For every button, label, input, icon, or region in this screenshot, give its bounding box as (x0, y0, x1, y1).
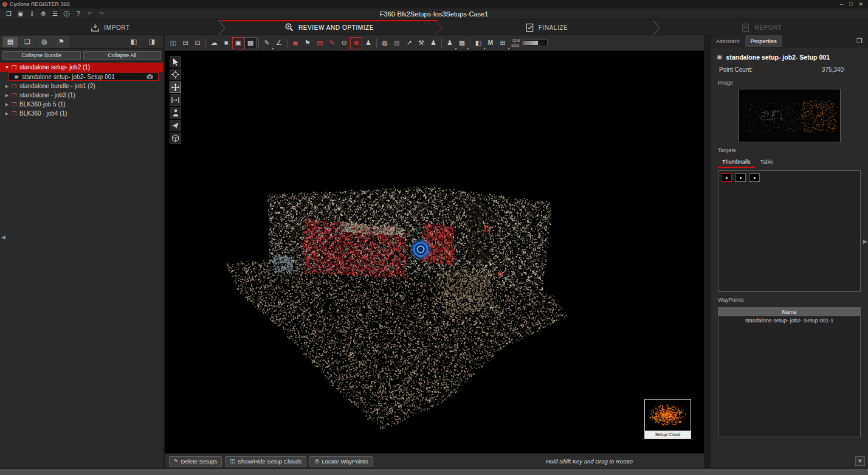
cursor-icon (172, 58, 179, 66)
target-tool-icon[interactable]: ◉ (289, 37, 301, 49)
pan-tool-button[interactable] (170, 81, 181, 93)
dock-right-icon[interactable]: ◨ (144, 36, 160, 47)
close-button[interactable]: ✕ (858, 1, 863, 7)
view-3d-tool-button[interactable] (170, 133, 181, 144)
camera-tool-icon[interactable]: ⊙ (338, 37, 350, 49)
walk-mode-icon[interactable]: ♟ (427, 37, 439, 49)
viewport-toolbar: ◫⊟⊡☁■▣▩✎▾∠◉⚑▤✎⊙⊕♟◍◎↗⚒♟♟▾▦▾◧▾M⊞▾ QLB Size… (165, 35, 704, 51)
label-tool-icon[interactable]: ⚑ (301, 37, 314, 49)
tree-item-label: standalone - job3 (1) (19, 92, 75, 99)
targets-table-tab[interactable]: Table (756, 158, 778, 168)
properties-tab[interactable]: Properties (745, 35, 782, 47)
expander-icon[interactable]: ▶ (4, 102, 10, 107)
tree-item-job3[interactable]: ▶ ❒ standalone - job3 (1) (0, 91, 164, 100)
adjust-tool-icon[interactable]: ⚒ (415, 37, 427, 49)
select-tool-button[interactable] (170, 56, 181, 68)
toolbar-separator (376, 38, 377, 48)
expander-icon[interactable]: ▶ (4, 111, 10, 116)
pencil-icon: ✎ (174, 458, 179, 464)
axis-view-icon[interactable]: ◧▾ (472, 37, 484, 49)
tree-item-setup-001[interactable]: ◉ standalone setup- job2- Setup 001 (9, 72, 159, 81)
grid-settings-icon[interactable]: ▦▾ (456, 37, 468, 49)
solid-view-icon[interactable]: ■ (220, 37, 232, 49)
panel-close-button[interactable]: ✕ (855, 456, 865, 466)
show-hide-setup-clouds-button[interactable]: ◫ Show/Hide Setup Clouds (225, 456, 306, 466)
right-panel-tab-strip: Assistant Properties ❐ (711, 35, 868, 47)
zoom-window-icon[interactable]: ⊡ (191, 37, 204, 49)
tree-item-blk360-job4[interactable]: ▶ ❒ BLK360 - job4 (1) (0, 109, 164, 118)
explorer-tabs: ▤❏◍⚑ (2, 36, 71, 47)
pin-tool-icon[interactable]: ⊕ (350, 37, 362, 49)
collapse-bundle-button[interactable]: Collapse Bundle (2, 51, 81, 60)
qlb-size-label: QLB Size: (511, 38, 520, 47)
pick-point-tool-button[interactable] (170, 69, 181, 80)
tree-item-job2[interactable]: ▼ ❒ standalone setup- job2 (1) (0, 63, 164, 72)
navigation-tool-rail (170, 56, 181, 145)
help-icon[interactable]: ? (73, 10, 83, 19)
collapse-left-panel-handle[interactable]: ◀ (1, 234, 5, 240)
settings-icon[interactable]: ⚙ (38, 10, 49, 19)
pano-view-icon[interactable]: ▩ (244, 37, 257, 49)
workflow-step-finalize[interactable]: FINALIZE (438, 20, 655, 35)
setup-image-box[interactable] (739, 89, 841, 142)
workflow-step-review[interactable]: REVIEW AND OPTIMIZE (221, 20, 438, 35)
qlb-size-slider[interactable] (522, 40, 548, 46)
target-thumbnail-3[interactable] (749, 173, 760, 182)
attachments-tab[interactable]: ❏ (19, 36, 35, 47)
open-project-icon[interactable]: ❒ (4, 10, 14, 19)
delete-setups-button[interactable]: ✎ Delete Setups (169, 456, 222, 466)
redo-icon[interactable]: ↷ (96, 10, 106, 19)
split-horizontal-icon[interactable]: ◫ (167, 37, 179, 49)
save-project-icon[interactable]: ▣ (15, 10, 26, 19)
point-cloud-viewport[interactable]: Setup Cloud (165, 51, 704, 453)
web-map-tab[interactable]: ◍ (36, 36, 52, 47)
slice-tool-icon[interactable]: ▤ (314, 37, 326, 49)
expander-icon[interactable]: ▶ (4, 93, 10, 98)
setup-view-tool-button[interactable] (170, 107, 181, 119)
assistant-tab[interactable]: Assistant (711, 35, 745, 47)
project-list-icon[interactable]: ☰ (50, 10, 60, 19)
image-view-icon[interactable]: ▣ (232, 37, 244, 49)
tree-item-blk360-job5[interactable]: ▶ ❒ BLK360-job 5 (1) (0, 100, 164, 109)
split-vertical-icon[interactable]: ⊟ (179, 37, 191, 49)
geo-reference-icon[interactable]: ◎ (391, 37, 403, 49)
workflow-step-import[interactable]: IMPORT (0, 20, 221, 35)
expander-icon[interactable]: ▶ (4, 84, 10, 89)
expand-view-icon[interactable]: ↗ (403, 37, 415, 49)
globe-icon[interactable]: ◍ (379, 37, 391, 49)
dock-left-icon[interactable]: ◧ (126, 36, 142, 47)
tree-item-job1[interactable]: ▶ ❒ standalone bundle - job1 (2) (0, 81, 164, 91)
person-tool-icon[interactable]: ♟ (362, 37, 374, 49)
point-cloud-view-icon[interactable]: ☁ (208, 37, 220, 49)
collapse-right-panel-handle[interactable]: ▶ (863, 238, 867, 244)
view-cube-icon[interactable]: ⊞▾ (497, 37, 509, 49)
locate-waypoints-button[interactable]: ◎ Locate WayPoints (309, 456, 373, 466)
collapse-all-button[interactable]: Collapse All (83, 51, 162, 60)
import-data-icon[interactable]: ⇩ (27, 10, 37, 19)
panel-layout-icon[interactable]: ❐ (853, 35, 866, 47)
point-cloud-canvas[interactable] (165, 51, 704, 453)
maximize-button[interactable]: □ (849, 1, 852, 7)
measure-icon[interactable]: ∠ (273, 37, 285, 49)
bundle-icon: ❒ (10, 102, 18, 108)
unit-meter-icon[interactable]: M (484, 37, 497, 49)
workflow-step-report[interactable]: REPORT (655, 20, 868, 35)
target-thumbnail-2[interactable] (735, 173, 746, 182)
undo-icon[interactable]: ↶ (84, 10, 95, 19)
fly-tool-button[interactable] (170, 120, 181, 131)
add-setup-icon[interactable]: ♟▾ (444, 37, 456, 49)
project-explorer-tab[interactable]: ▤ (2, 36, 18, 47)
annotation-pen-icon[interactable]: ✎▾ (261, 37, 273, 49)
target-thumbnail-1[interactable] (721, 173, 732, 182)
bookmarks-tab[interactable]: ⚑ (53, 36, 69, 47)
targets-thumbnails-tab[interactable]: Thumbnails (718, 158, 755, 168)
toolbar-separator (470, 38, 470, 48)
expander-icon[interactable]: ▼ (4, 65, 10, 69)
fit-view-tool-button[interactable] (170, 94, 181, 106)
setup-cloud-inset[interactable]: Setup Cloud (644, 399, 691, 439)
minimize-button[interactable]: – (840, 1, 843, 7)
info-icon[interactable]: ⓘ (61, 10, 72, 19)
draw-tool-icon[interactable]: ✎ (326, 37, 338, 49)
waypoint-row[interactable]: standalone setup- job2- Setup 001-1 (718, 316, 860, 325)
setup-image-thumbnail (741, 92, 838, 139)
